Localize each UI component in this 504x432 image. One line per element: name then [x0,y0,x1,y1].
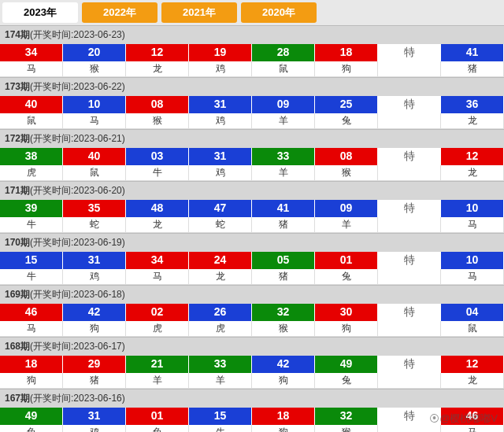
ball-number: 05 [252,252,315,269]
zodiac-label: 马 [441,217,504,233]
ball-number: 47 [189,200,252,217]
ball-number: 19 [189,44,252,61]
ball-number: 20 [63,44,126,61]
ball-number: 42 [63,304,126,321]
ball-number: 01 [315,252,378,269]
ball-number: 10 [63,96,126,113]
ball-number: 42 [252,356,315,373]
special-marker: 特 [378,148,441,165]
period-header: 168期(开奖时间:2023-06-17) [0,337,504,356]
period-header: 170期(开奖时间:2023-06-19) [0,233,504,252]
period-header: 172期(开奖时间:2023-06-21) [0,129,504,148]
zodiac-label: 猴 [315,165,378,181]
zodiac-label: 鼠 [63,165,126,181]
zodiac-label: 龙 [126,61,189,77]
ball-number: 32 [252,304,315,321]
zodiac-label: 猴 [63,61,126,77]
ball-number: 08 [126,96,189,113]
zodiac-label: 牛 [0,217,63,233]
year-tabs: 2023年2022年2021年2020年 [0,0,504,25]
ball-number: 39 [0,200,63,217]
ball-number: 46 [441,408,504,425]
zodiac-label: 鼠 [252,61,315,77]
ball-number: 09 [252,96,315,113]
zodiac-label: 马 [63,113,126,129]
zodiac-label: 鼠 [0,113,63,129]
zodiac-label: 虎 [126,321,189,337]
ball-number: 34 [126,252,189,269]
ball-number: 49 [0,408,63,425]
special-marker: 特 [378,356,441,373]
ball-number: 15 [189,408,252,425]
zodiac-label: 鸡 [63,425,126,432]
zodiac-label: 狗 [315,61,378,77]
zodiac-label: 牛 [126,165,189,181]
special-marker: 特 [378,200,441,217]
zodiac-label: 羊 [189,373,252,389]
ball-number: 30 [315,304,378,321]
zodiac-label: 蛇 [63,217,126,233]
zodiac-label: 龙 [189,269,252,285]
ball-number: 02 [126,304,189,321]
period-header: 173期(开奖时间:2023-06-22) [0,77,504,96]
zodiac-label: 狗 [63,321,126,337]
special-marker: 特 [378,252,441,269]
year-tab[interactable]: 2023年 [2,2,78,23]
zodiac-label: 猪 [63,373,126,389]
year-tab[interactable]: 2021年 [161,2,237,23]
zodiac-label: 马 [0,321,63,337]
zodiac-label: 羊 [126,373,189,389]
ball-number: 10 [441,252,504,269]
zodiac-label: 猴 [126,113,189,129]
ball-number: 32 [315,408,378,425]
special-marker-label [378,373,441,389]
ball-number: 12 [126,44,189,61]
ball-number: 12 [441,356,504,373]
zodiac-label: 兔 [0,425,63,432]
ball-number: 09 [315,200,378,217]
zodiac-label: 兔 [315,269,378,285]
zodiac-label: 兔 [315,373,378,389]
ball-number: 04 [441,304,504,321]
special-marker-label [378,113,441,129]
zodiac-label: 鸡 [189,113,252,129]
year-tab[interactable]: 2020年 [241,2,317,23]
zodiac-label: 兔 [315,113,378,129]
ball-number: 25 [315,96,378,113]
zodiac-label: 兔 [126,425,189,432]
period-header: 171期(开奖时间:2023-06-20) [0,181,504,200]
ball-number: 10 [441,200,504,217]
zodiac-label: 马 [126,269,189,285]
ball-number: 34 [0,44,63,61]
ball-number: 36 [441,96,504,113]
ball-number: 40 [63,148,126,165]
year-tab[interactable]: 2022年 [82,2,158,23]
zodiac-label: 鼠 [441,321,504,337]
ball-number: 38 [0,148,63,165]
ball-number: 28 [252,44,315,61]
ball-number: 03 [126,148,189,165]
ball-number: 41 [441,44,504,61]
ball-number: 18 [0,356,63,373]
zodiac-label: 马 [441,269,504,285]
ball-number: 01 [126,408,189,425]
zodiac-label: 狗 [315,321,378,337]
zodiac-label: 龙 [441,165,504,181]
special-marker-label [378,165,441,181]
ball-number: 31 [189,96,252,113]
zodiac-label: 狗 [252,373,315,389]
zodiac-label: 龙 [441,113,504,129]
zodiac-label: 蛇 [189,217,252,233]
ball-number: 18 [252,408,315,425]
results-list: 174期(开奖时间:2023-06-23)342012192818特41马猴龙鸡… [0,25,504,432]
ball-number: 15 [0,252,63,269]
ball-number: 35 [63,200,126,217]
zodiac-label: 羊 [252,113,315,129]
zodiac-label: 狗 [0,373,63,389]
special-marker: 特 [378,304,441,321]
zodiac-label: 猪 [252,269,315,285]
special-marker-label [378,425,441,432]
special-marker: 特 [378,96,441,113]
ball-number: 24 [189,252,252,269]
ball-number: 41 [252,200,315,217]
